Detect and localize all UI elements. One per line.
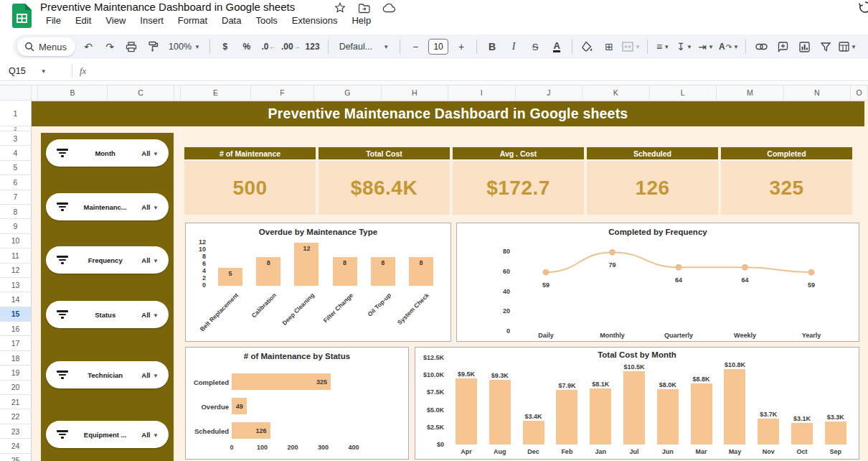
row-header-22[interactable]: 22 [0,409,32,424]
horizontal-align-button[interactable]: ≡▼ [654,37,671,56]
row-header-18[interactable]: 18 [0,351,32,365]
filter-pill-month[interactable]: MonthAll ▼ [46,139,169,167]
text-wrap-button[interactable]: ⇥▼ [697,37,714,56]
filter-pill-maintenanc[interactable]: Maintenanc...All ▼ [46,193,169,220]
name-box[interactable]: Q15 ▼ [0,66,65,76]
filter-pill-frequency[interactable]: FrequencyAll ▼ [46,246,169,274]
menu-tools[interactable]: Tools [250,14,283,27]
insert-link-button[interactable] [753,37,770,56]
cloud-saved-icon[interactable] [382,3,396,13]
table-tools-button[interactable]: ▼ [839,37,857,56]
insert-comment-button[interactable] [774,37,791,56]
row-header-10[interactable]: 10 [0,234,32,248]
column-header-G[interactable]: G [314,85,382,101]
row-header-9[interactable]: 9 [0,219,32,233]
menus-search-button[interactable]: Menus [17,37,75,56]
row-header-25[interactable]: 25 [0,454,32,461]
row-header-17[interactable]: 17 [0,336,32,350]
column-header-F[interactable]: F [251,85,314,101]
redo-button[interactable]: ↷ [101,37,118,56]
row-header-20[interactable]: 20 [0,381,32,395]
row-header-21[interactable]: 21 [0,395,32,409]
filter-value-dropdown[interactable]: All ▼ [141,203,159,211]
version-history-icon[interactable] [858,0,868,14]
filter-value-dropdown[interactable]: All ▼ [141,371,159,379]
text-rotation-button[interactable]: A↷▼ [719,37,739,56]
font-family-selector[interactable]: Defaul...▼ [335,42,393,52]
document-title[interactable]: Preventive Maintenance Dashboard in Goog… [40,1,295,13]
row-header-5[interactable]: 5 [0,161,32,175]
menu-insert[interactable]: Insert [134,14,169,27]
column-header-O[interactable]: O [851,85,868,101]
vertical-align-button[interactable]: ↧▼ [676,37,693,56]
increase-font-size-button[interactable]: + [453,37,470,56]
row-header-8[interactable]: 8 [0,205,32,219]
filter-value-dropdown[interactable]: All ▼ [141,431,159,439]
menu-file[interactable]: File [40,14,67,27]
format-currency-button[interactable]: $ [217,37,234,56]
print-button[interactable] [123,37,140,56]
filter-pill-technician[interactable]: TechnicianAll ▼ [46,361,169,388]
menu-format[interactable]: Format [172,14,213,27]
font-size-field[interactable]: 10 [428,39,448,55]
row-header-24[interactable]: 24 [0,439,32,453]
fill-color-button[interactable] [579,37,596,56]
column-header-K[interactable]: K [582,85,650,101]
decrease-decimals-button[interactable]: .0← [260,37,277,56]
column-header-A[interactable] [32,85,38,101]
column-header-J[interactable]: J [516,85,583,101]
row-header-4[interactable]: 4 [0,146,32,160]
column-header-D[interactable] [174,85,181,101]
filter-pill-equipment[interactable]: Equipment ...All ▼ [46,421,169,448]
row-header-11[interactable]: 11 [0,248,32,263]
row-header-23[interactable]: 23 [0,424,32,439]
star-icon[interactable] [334,2,346,14]
row-header-7[interactable]: 7 [0,190,32,205]
column-header-I[interactable]: I [448,85,516,101]
row-header-3[interactable]: 3 [0,131,32,146]
format-percent-button[interactable]: % [238,37,255,56]
filter-value-dropdown[interactable]: All ▼ [141,311,159,319]
bold-button[interactable]: B [483,37,501,56]
text-color-button[interactable]: A [553,42,560,52]
merge-cells-button[interactable]: ▼ [622,37,641,56]
insert-chart-button[interactable] [796,37,813,56]
strikethrough-button[interactable]: S [527,37,544,56]
sheet-canvas[interactable]: Preventive Maintenance Dashboard in Goog… [32,101,868,461]
filter-value-dropdown[interactable]: All ▼ [141,149,159,157]
zoom-control[interactable]: 100%▼ [166,42,203,52]
row-header-15[interactable]: 15 [0,307,32,322]
menu-edit[interactable]: Edit [70,14,97,27]
row-header-14[interactable]: 14 [0,292,32,307]
decrease-font-size-button[interactable]: − [407,37,424,56]
menu-help[interactable]: Help [346,14,377,27]
menu-view[interactable]: View [100,14,131,27]
row-header-2[interactable]: 2 [0,126,32,131]
undo-button[interactable]: ↶ [80,37,97,56]
paint-format-button[interactable] [144,37,161,56]
select-all-corner[interactable] [0,85,32,101]
filter-pill-status[interactable]: StatusAll ▼ [46,301,169,328]
row-header-6[interactable]: 6 [0,175,32,190]
column-header-N[interactable]: N [784,85,852,101]
column-header-H[interactable]: H [382,85,449,101]
increase-decimals-button[interactable]: .00→ [281,37,300,56]
menu-data[interactable]: Data [216,14,247,27]
borders-button[interactable]: ⊞ [600,37,618,56]
column-header-B[interactable]: B [38,85,108,101]
create-filter-button[interactable] [817,37,834,56]
row-header-16[interactable]: 16 [0,322,32,336]
move-to-folder-icon[interactable] [358,3,370,14]
menu-extensions[interactable]: Extensions [286,14,344,27]
column-header-C[interactable]: C [108,85,174,101]
italic-button[interactable]: I [505,37,522,56]
column-header-E[interactable]: E [181,85,251,101]
row-header-13[interactable]: 13 [0,278,32,292]
row-header-12[interactable]: 12 [0,264,32,278]
filter-value-dropdown[interactable]: All ▼ [141,256,159,264]
column-header-L[interactable]: L [650,85,717,101]
more-formats-button[interactable]: 123 [304,37,321,56]
row-header-1[interactable]: 1 [0,101,32,126]
formula-input[interactable] [86,62,868,80]
row-header-19[interactable]: 19 [0,365,32,380]
